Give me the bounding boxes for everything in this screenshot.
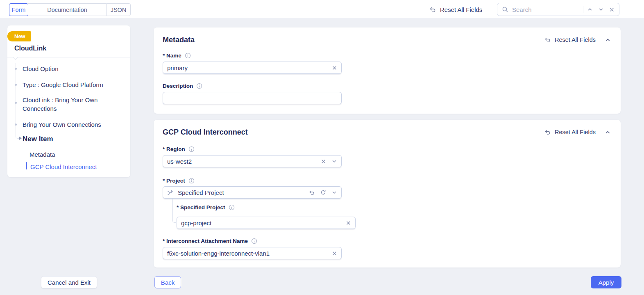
- name-field-label: * Name: [163, 53, 181, 59]
- info-icon[interactable]: [188, 178, 195, 184]
- metadata-collapse-button[interactable]: [605, 37, 611, 43]
- close-icon: [332, 65, 337, 71]
- refresh-icon: [320, 190, 326, 195]
- name-field-wrap: [163, 62, 342, 74]
- form-nav-sidebar: New CloudLink Cloud Option Type : Google…: [7, 25, 130, 177]
- specified-project-input[interactable]: [181, 220, 342, 226]
- specified-project-field-label: * Specified Project: [177, 204, 225, 210]
- cancel-and-exit-button[interactable]: Cancel and Exit: [41, 276, 97, 288]
- info-icon[interactable]: [185, 53, 191, 59]
- sidebar-item-cloud-option[interactable]: Cloud Option: [23, 64, 59, 73]
- close-icon: [321, 159, 326, 164]
- chevron-down-icon: [598, 7, 604, 12]
- attachment-name-field-wrap: [163, 247, 342, 259]
- region-clear-button[interactable]: [321, 159, 326, 164]
- description-input[interactable]: [167, 95, 337, 102]
- info-icon[interactable]: [196, 83, 202, 89]
- metadata-section-title: Metadata: [163, 36, 195, 44]
- gcp-section-title: GCP Cloud Interconnect: [163, 128, 248, 137]
- reset-icon: [544, 37, 551, 43]
- reset-all-fields-label: Reset All Fields: [440, 6, 482, 13]
- info-icon[interactable]: [251, 238, 257, 244]
- reset-icon: [544, 129, 551, 135]
- search-prev-button[interactable]: [587, 7, 593, 12]
- close-icon: [346, 220, 351, 226]
- search-next-button[interactable]: [598, 7, 604, 12]
- collapse-caret: [13, 55, 18, 60]
- region-field-label: * Region: [163, 146, 185, 152]
- back-button[interactable]: Back: [154, 276, 181, 288]
- project-reset-button[interactable]: [309, 190, 315, 196]
- gcp-interconnect-section-card: GCP Cloud Interconnect Reset All Fields …: [154, 120, 621, 268]
- tree-connector-elbow: [16, 133, 19, 139]
- top-bar: Form Documentation JSON Reset All Fields: [0, 0, 644, 19]
- region-select[interactable]: us-west2: [163, 155, 342, 167]
- sidebar-item-type[interactable]: Type : Google Cloud Platform: [23, 80, 103, 89]
- description-field-wrap: [163, 92, 342, 104]
- tab-documentation[interactable]: Documentation: [28, 3, 106, 16]
- close-icon: [609, 7, 615, 12]
- tab-json[interactable]: JSON: [106, 3, 131, 16]
- project-field-label: * Project: [163, 178, 185, 184]
- attachment-name-input[interactable]: [167, 250, 328, 257]
- search-icon: [502, 6, 508, 13]
- metadata-reset-fields-button[interactable]: Reset All Fields: [544, 37, 596, 43]
- description-field-label: Description: [163, 83, 193, 89]
- chevron-up-icon: [605, 37, 611, 43]
- chevron-up-icon: [587, 7, 593, 12]
- specified-project-field-wrap: [177, 217, 356, 229]
- search-divider: [583, 6, 583, 13]
- apply-button[interactable]: Apply: [591, 276, 621, 288]
- search-close-button[interactable]: [609, 7, 615, 12]
- name-clear-button[interactable]: [332, 65, 337, 71]
- active-item-bar: [26, 162, 27, 169]
- project-select-value: Specified Project: [178, 189, 305, 196]
- region-select-value: us-west2: [167, 158, 317, 165]
- chevron-up-icon: [605, 129, 611, 135]
- one-of-branch-icon: [167, 190, 174, 196]
- chevron-down-icon: [331, 190, 337, 195]
- project-refresh-button[interactable]: [320, 190, 326, 195]
- info-icon[interactable]: [188, 146, 195, 152]
- name-input[interactable]: [167, 64, 328, 71]
- search-input[interactable]: [512, 6, 579, 13]
- reset-icon: [429, 6, 436, 13]
- info-icon[interactable]: [229, 204, 235, 210]
- project-select[interactable]: Specified Project: [163, 186, 342, 199]
- close-icon: [332, 251, 337, 256]
- chevron-down-icon: [331, 158, 337, 164]
- gcp-collapse-button[interactable]: [605, 129, 611, 135]
- reset-all-fields-button[interactable]: Reset All Fields: [429, 5, 482, 14]
- sidebar-item-gcp-cloud-interconnect[interactable]: GCP Cloud Interconnect: [30, 162, 97, 171]
- tree-arrow-icon: [19, 137, 22, 140]
- search-box: [497, 3, 619, 16]
- nested-connector-elbow: [172, 217, 176, 223]
- new-badge: New: [7, 31, 31, 41]
- view-tabs: Form Documentation JSON: [9, 3, 131, 16]
- sidebar-item-cloudlink-byoc[interactable]: CloudLink : Bring Your Own Connections: [23, 96, 101, 113]
- sidebar-item-metadata[interactable]: Metadata: [29, 150, 55, 159]
- attachment-name-field-label: * Interconnect Attachment Name: [163, 238, 248, 244]
- sidebar-title: CloudLink: [14, 45, 46, 52]
- gcp-reset-fields-button[interactable]: Reset All Fields: [544, 129, 596, 135]
- sidebar-divider: [7, 57, 130, 57]
- reset-icon: [309, 190, 315, 196]
- attachment-name-clear-button[interactable]: [332, 251, 337, 256]
- metadata-section-card: Metadata Reset All Fields * Name Descr: [154, 27, 621, 114]
- tab-form[interactable]: Form: [9, 3, 28, 16]
- sidebar-item-byoc[interactable]: Bring Your Own Connections: [23, 120, 101, 129]
- specified-project-clear-button[interactable]: [346, 220, 351, 226]
- sidebar-item-new-item[interactable]: New Item: [23, 135, 53, 143]
